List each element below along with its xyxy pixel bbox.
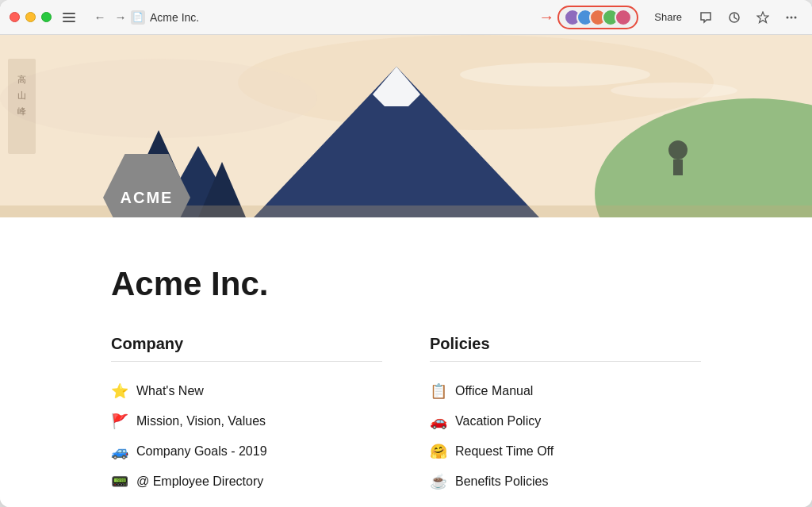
- star-emoji: ⭐: [111, 382, 128, 400]
- hero-banner: 高 山 峰 ACME: [0, 35, 812, 217]
- app-window: ← → 📄 Acme Inc. → Share: [0, 0, 812, 507]
- history-button[interactable]: [723, 6, 745, 29]
- page-title-bar: Acme Inc.: [150, 11, 538, 24]
- policies-section-title: Policies: [430, 335, 701, 362]
- company-section-title: Company: [111, 335, 382, 362]
- back-button[interactable]: ←: [90, 7, 110, 28]
- page-content-area: 高 山 峰 ACME Acme Inc. Company ⭐ What's: [0, 35, 812, 507]
- sidebar-toggle-button[interactable]: [63, 7, 83, 28]
- document-title: Acme Inc.: [111, 265, 701, 303]
- svg-text:峰: 峰: [17, 106, 26, 116]
- item-label: Benefits Policies: [455, 474, 548, 489]
- item-label: What's New: [136, 384, 204, 398]
- svg-point-6: [238, 35, 714, 130]
- flag-emoji: 🚩: [111, 413, 128, 430]
- minimize-button[interactable]: [25, 12, 36, 22]
- item-label: @ Employee Directory: [136, 474, 263, 489]
- phone-emoji: 📟: [111, 473, 128, 490]
- list-item[interactable]: 📋 Office Manual: [430, 376, 701, 406]
- svg-text:山: 山: [17, 90, 26, 100]
- maximize-button[interactable]: [41, 12, 52, 22]
- acme-logo-text: ACME: [121, 189, 174, 207]
- star-button[interactable]: [752, 6, 774, 29]
- sections-grid: Company ⭐ What's New 🚩 Mission, Vision, …: [111, 335, 701, 497]
- clipboard-emoji: 📋: [430, 382, 447, 400]
- comment-button[interactable]: [695, 6, 717, 29]
- list-item[interactable]: 🚩 Mission, Vision, Values: [111, 406, 382, 436]
- list-item[interactable]: 🤗 Request Time Off: [430, 436, 701, 467]
- close-button[interactable]: [10, 12, 20, 22]
- item-label: Office Manual: [455, 384, 533, 398]
- item-label: Request Time Off: [455, 444, 553, 459]
- arrow-indicator: →: [538, 8, 554, 26]
- svg-point-7: [0, 59, 317, 138]
- share-button[interactable]: Share: [648, 8, 688, 26]
- car-emoji: 🚙: [111, 443, 128, 460]
- svg-rect-16: [673, 159, 683, 175]
- titlebar: ← → 📄 Acme Inc. → Share: [0, 0, 812, 35]
- forward-button[interactable]: →: [110, 7, 131, 28]
- svg-point-18: [611, 83, 737, 98]
- titlebar-actions: → Share: [538, 6, 802, 29]
- list-item[interactable]: 📟 @ Employee Directory: [111, 467, 382, 497]
- policies-section: Policies 📋 Office Manual 🚗 Vacation Poli…: [430, 335, 701, 497]
- page-body: Acme Inc. Company ⭐ What's New 🚩 Mission…: [0, 217, 812, 507]
- item-label: Company Goals - 2019: [136, 444, 267, 459]
- item-label: Mission, Vision, Values: [136, 414, 266, 428]
- svg-point-2: [787, 16, 789, 18]
- more-options-button[interactable]: [780, 6, 802, 29]
- policies-items-list: 📋 Office Manual 🚗 Vacation Policy 🤗 Requ…: [430, 376, 701, 497]
- svg-point-3: [791, 16, 793, 18]
- car2-emoji: 🚗: [430, 413, 447, 430]
- coffee-emoji: ☕: [430, 473, 447, 490]
- list-item[interactable]: ☕ Benefits Policies: [430, 467, 701, 497]
- hug-emoji: 🤗: [430, 443, 447, 460]
- list-item[interactable]: 🚙 Company Goals - 2019: [111, 436, 382, 467]
- svg-text:高: 高: [17, 75, 26, 84]
- svg-marker-1: [757, 12, 768, 23]
- company-items-list: ⭐ What's New 🚩 Mission, Vision, Values 🚙…: [111, 376, 382, 497]
- collaborators-avatars[interactable]: [557, 6, 638, 29]
- traffic-lights: [10, 12, 52, 22]
- svg-point-4: [795, 16, 797, 18]
- company-section: Company ⭐ What's New 🚩 Mission, Vision, …: [111, 335, 382, 497]
- avatar-stack: [564, 9, 632, 26]
- page-favicon: 📄: [131, 10, 145, 25]
- list-item[interactable]: 🚗 Vacation Policy: [430, 406, 701, 436]
- avatar-5: [615, 9, 632, 26]
- svg-point-15: [668, 140, 688, 159]
- item-label: Vacation Policy: [455, 414, 541, 428]
- list-item[interactable]: ⭐ What's New: [111, 376, 382, 406]
- svg-point-17: [460, 63, 650, 86]
